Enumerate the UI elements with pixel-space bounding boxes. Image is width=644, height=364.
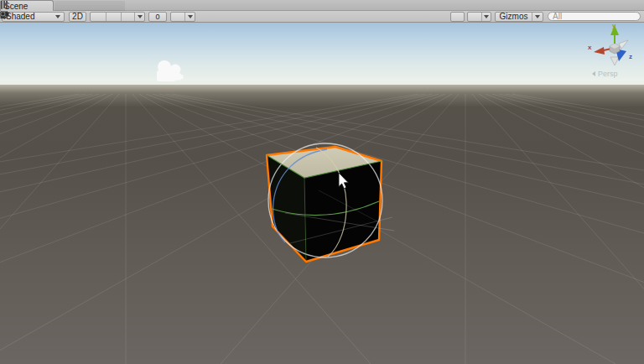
chevron-down-icon (535, 15, 540, 18)
component-tools-button[interactable] (450, 12, 465, 22)
tab-dock-area (55, 1, 125, 11)
chevron-down-icon (484, 15, 489, 18)
cube-right-face[interactable] (304, 161, 382, 262)
hidden-objects-button[interactable]: 0 (148, 12, 167, 22)
orientation-gizmo[interactable] (588, 23, 641, 72)
tab-scene-label: Scene (4, 2, 28, 11)
projection-toggle[interactable]: Persp (592, 70, 618, 78)
axis-z-label: z (629, 54, 632, 60)
scene-view-toolbar: Shaded 2D (0, 11, 644, 23)
scene-viewport[interactable]: y x z Persp (0, 23, 644, 364)
hidden-objects-count: 0 (155, 13, 159, 21)
grid-snap-dropdown[interactable] (184, 13, 195, 21)
chevron-down-icon (188, 15, 193, 18)
scene-camera-settings-button[interactable] (468, 13, 481, 21)
camera-settings-dropdown[interactable] (481, 13, 491, 21)
tab-scene[interactable]: Scene (0, 0, 54, 11)
unity-scene-window: Scene Shaded 2D (0, 0, 644, 364)
gizmos-dropdown[interactable]: Gizmos (495, 12, 543, 22)
scene-audio-toggle[interactable] (106, 13, 121, 21)
tab-strip: Scene (0, 0, 644, 11)
axis-neg-cone[interactable] (610, 57, 619, 65)
search-box[interactable] (548, 12, 641, 21)
view-options-group (90, 12, 145, 22)
axis-x-cone[interactable] (594, 47, 605, 55)
chevron-down-icon (138, 15, 143, 18)
toggle-2d-button[interactable]: 2D (69, 12, 86, 22)
toggle-2d-label: 2D (72, 12, 83, 21)
camera-settings-group (467, 12, 491, 22)
scene-effects-toggle[interactable] (121, 13, 134, 21)
axis-neg-cone[interactable] (619, 40, 628, 49)
projection-label: Persp (598, 70, 618, 78)
chevron-down-icon (55, 15, 60, 18)
axis-y-label: y (612, 23, 615, 29)
grid-snap-group (170, 12, 195, 22)
search-input[interactable] (553, 12, 623, 21)
gizmos-caret[interactable] (532, 13, 543, 21)
scene-lighting-toggle[interactable] (91, 13, 106, 21)
draw-mode-label: Shaded (6, 12, 34, 21)
chevron-left-icon (592, 71, 595, 76)
grid-visibility-button[interactable] (171, 13, 184, 21)
axis-x-label: x (588, 44, 591, 51)
window-menu-icon[interactable] (0, 1, 3, 10)
selected-cube[interactable] (0, 23, 644, 364)
magnifier-icon (0, 11, 8, 18)
effects-dropdown[interactable] (134, 13, 144, 21)
draw-mode-dropdown[interactable]: Shaded (2, 12, 65, 22)
gizmos-label: Gizmos (496, 13, 532, 21)
